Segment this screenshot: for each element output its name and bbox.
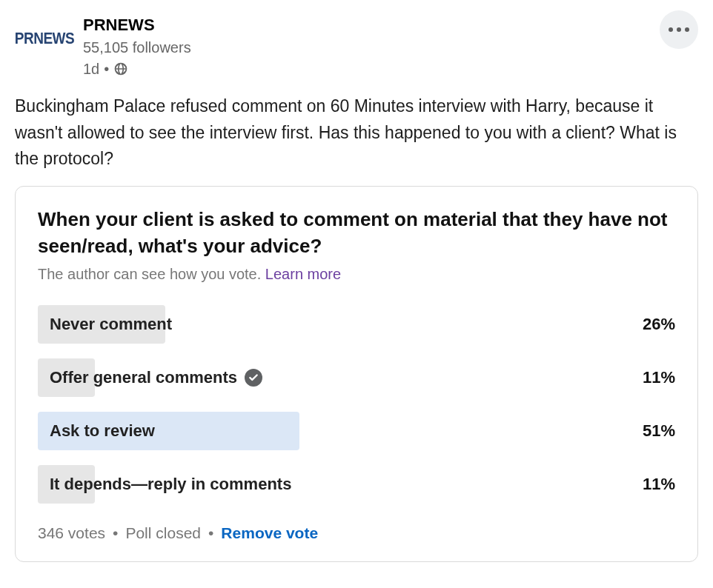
author-logo[interactable]: PRNEWS (15, 18, 74, 59)
more-options-button[interactable] (660, 10, 698, 49)
globe-icon (113, 61, 128, 76)
poll-note-text: The author can see how you vote. (38, 266, 265, 282)
poll-option-text: Never comment (50, 315, 172, 334)
poll-option-percent: 11% (643, 475, 675, 494)
poll-option-percent: 11% (643, 368, 675, 387)
poll-option[interactable]: Ask to review 51% (38, 412, 675, 450)
followers-count: 55,105 followers (83, 37, 698, 59)
poll-option-label: Never comment (38, 315, 172, 334)
footer-separator: • (208, 524, 213, 542)
poll-option-text: It depends—reply in comments (50, 475, 291, 494)
poll-status: Poll closed (125, 524, 201, 542)
author-logo-text: PRNEWS (15, 29, 74, 47)
poll-option[interactable]: It depends—reply in comments 11% (38, 465, 675, 504)
poll-question: When your client is asked to comment on … (38, 206, 675, 260)
poll-options: Never comment 26% Offer general comments… (38, 305, 675, 504)
learn-more-link[interactable]: Learn more (265, 266, 341, 282)
post-container: PRNEWS PRNEWS 55,105 followers 1d • Buck… (0, 0, 713, 577)
poll-option-percent: 51% (643, 421, 675, 441)
poll-option-label: It depends—reply in comments (38, 475, 291, 494)
poll-option-label: Ask to review (38, 421, 155, 441)
author-name[interactable]: PRNEWS (83, 13, 698, 37)
poll-option[interactable]: Never comment 26% (38, 305, 675, 344)
poll-option-text: Ask to review (50, 421, 155, 441)
poll-option-percent: 26% (643, 315, 675, 334)
poll-option-label: Offer general comments (38, 368, 262, 387)
post-body-text: Buckingham Palace refused comment on 60 … (15, 93, 698, 173)
poll-option[interactable]: Offer general comments 11% (38, 358, 675, 397)
post-time: 1d (83, 59, 99, 80)
remove-vote-link[interactable]: Remove vote (221, 524, 318, 542)
post-meta: 1d • (83, 59, 698, 80)
poll-votes: 346 votes (38, 524, 105, 542)
footer-separator: • (113, 524, 118, 542)
author-block: PRNEWS 55,105 followers 1d • (83, 13, 698, 80)
poll-footer: 346 votes • Poll closed • Remove vote (38, 524, 675, 542)
post-header: PRNEWS PRNEWS 55,105 followers 1d • (15, 13, 698, 80)
meta-separator: • (104, 59, 109, 80)
poll-card: When your client is asked to comment on … (15, 186, 698, 562)
poll-visibility-note: The author can see how you vote. Learn m… (38, 266, 675, 283)
checkmark-icon (245, 369, 262, 387)
poll-option-text: Offer general comments (50, 368, 237, 387)
